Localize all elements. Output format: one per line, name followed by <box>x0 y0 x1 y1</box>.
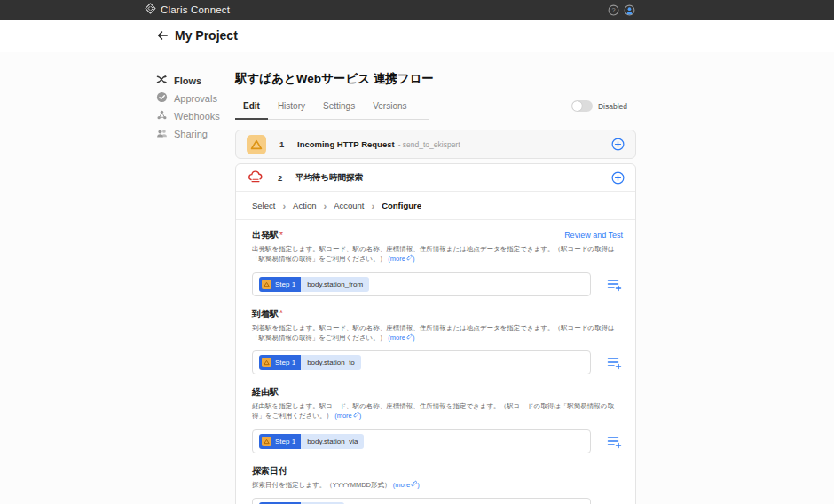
flow-title: 駅すぱあとWebサービス 連携フロー <box>235 71 636 87</box>
tab-settings[interactable]: Settings <box>315 98 363 120</box>
page-body: Flows Approvals Webhooks Sharing 駅すぱあとWe… <box>0 52 834 504</box>
project-header: My Project <box>0 20 834 51</box>
step-title: 平均待ち時間探索 <box>295 172 363 184</box>
sidebar-item-approvals[interactable]: Approvals <box>156 92 227 104</box>
link-icon <box>405 333 413 340</box>
link-icon <box>405 254 413 261</box>
http-request-icon <box>247 135 266 154</box>
page-title: My Project <box>175 28 238 43</box>
step-subtitle: - send_to_ekispert <box>398 140 460 149</box>
topbar: Claris Connect ? <box>0 0 834 20</box>
station-via-input[interactable]: Step 1 body.station_via <box>252 429 591 453</box>
field-description-text: 経由駅を指定します。駅コード、駅の名称、座標情報、住所情報を指定できます。（駅コ… <box>252 402 614 420</box>
flow-editor: 駅すぱあとWebサービス 連携フロー Edit History Settings… <box>235 52 636 504</box>
required-asterisk: * <box>279 231 283 240</box>
station-from-input[interactable]: Step 1 body.station_from <box>252 272 591 296</box>
more-label: more <box>390 255 405 263</box>
configure-form: 出発駅 * Review and Test 出発駅を指定します。駅コード、駅の名… <box>236 220 635 504</box>
step-number: 2 <box>278 173 285 183</box>
claris-logo-icon <box>145 2 156 18</box>
station-to-input[interactable]: Step 1 body.station_to <box>252 350 591 374</box>
step-token[interactable]: Step 1 body.station_from <box>259 277 369 292</box>
webhooks-nodes-icon <box>156 108 168 124</box>
ekispert-logo-icon <box>247 169 264 186</box>
back-button[interactable] <box>155 28 169 43</box>
insert-data-button[interactable] <box>607 277 622 292</box>
breadcrumb-select[interactable]: Select <box>252 201 275 210</box>
field-description: 経由駅を指定します。駅コード、駅の名称、座標情報、住所情報を指定できます。（駅コ… <box>252 401 623 421</box>
step-number: 1 <box>279 139 287 149</box>
sidebar-item-label: Flows <box>174 75 201 86</box>
chevron-right-icon: › <box>282 201 286 211</box>
token-value: body.station_from <box>301 277 369 292</box>
more-link[interactable]: (more) <box>334 412 361 420</box>
step-2-header[interactable]: 2 平均待ち時間探索 <box>236 164 635 192</box>
more-label: more <box>337 412 352 420</box>
breadcrumb-action[interactable]: Action <box>293 201 316 210</box>
link-icon <box>352 411 359 418</box>
more-close: ) <box>417 481 420 489</box>
http-mini-icon <box>262 358 271 367</box>
tab-strip: Edit History Settings Versions <box>235 98 429 120</box>
tab-history[interactable]: History <box>270 98 313 120</box>
sidebar-item-webhooks[interactable]: Webhooks <box>156 110 227 122</box>
add-step-button[interactable] <box>611 171 625 185</box>
breadcrumb: Select › Action › Account › Configure <box>236 192 635 220</box>
disabled-toggle[interactable] <box>571 100 593 112</box>
review-and-test-link[interactable]: Review and Test <box>564 231 623 240</box>
field-station-via: 経由駅 経由駅を指定します。駅コード、駅の名称、座標情報、住所情報を指定できます… <box>252 386 623 453</box>
field-description: 出発駅を指定します。駅コード、駅の名称、座標情報、住所情報または地点データを指定… <box>252 244 623 264</box>
more-label: more <box>395 481 410 489</box>
approvals-check-icon <box>156 91 168 106</box>
toggle-knob <box>572 101 582 111</box>
token-step-label: Step 1 <box>275 358 295 366</box>
field-description: 到着駅を指定します。駅コード、駅の名称、座標情報、住所情報または地点データを指定… <box>252 323 623 343</box>
more-label: more <box>390 334 405 342</box>
required-asterisk: * <box>279 309 283 319</box>
breadcrumb-configure[interactable]: Configure <box>382 201 421 210</box>
breadcrumb-account[interactable]: Account <box>334 201 364 210</box>
token-step-label: Step 1 <box>275 437 295 445</box>
step-token[interactable]: Step 1 body.station_via <box>259 434 364 449</box>
sidebar-item-sharing[interactable]: Sharing <box>156 128 227 139</box>
more-link[interactable]: (more) <box>388 255 414 263</box>
http-mini-icon <box>262 437 271 446</box>
field-station-to: 到着駅 * 到着駅を指定します。駅コード、駅の名称、座標情報、住所情報または地点… <box>252 308 623 375</box>
sharing-people-icon <box>156 126 168 142</box>
token-value: body.station_via <box>301 434 364 449</box>
more-close: ) <box>359 412 362 420</box>
token-step-label: Step 1 <box>275 280 295 288</box>
brand-name: Claris Connect <box>161 4 230 15</box>
disabled-toggle-group: Disabled <box>571 100 627 112</box>
sidebar-item-flows[interactable]: Flows <box>156 75 227 86</box>
svg-text:?: ? <box>611 6 615 14</box>
field-description-text: 到着駅を指定します。駅コード、駅の名称、座標情報、住所情報または地点データを指定… <box>252 324 615 342</box>
chevron-right-icon: › <box>371 201 374 211</box>
tab-edit[interactable]: Edit <box>235 98 268 120</box>
step-token[interactable]: Step 1 body.station_to <box>259 355 361 370</box>
more-link[interactable]: (more) <box>388 334 414 342</box>
account-icon[interactable] <box>624 4 635 16</box>
sidebar: Flows Approvals Webhooks Sharing <box>156 75 227 146</box>
tab-versions[interactable]: Versions <box>365 98 414 120</box>
sidebar-item-label: Approvals <box>174 93 217 104</box>
insert-data-button[interactable] <box>607 355 622 370</box>
insert-data-button[interactable] <box>607 434 622 449</box>
flows-icon <box>156 73 168 89</box>
more-close: ) <box>413 255 415 263</box>
date-input[interactable]: Step 1 body.date <box>252 498 591 504</box>
field-label: 到着駅 <box>252 308 279 320</box>
field-station-from: 出発駅 * Review and Test 出発駅を指定します。駅コード、駅の名… <box>252 229 623 296</box>
step-1-card[interactable]: 1 Incoming HTTP Request - send_to_ekispe… <box>235 130 636 159</box>
more-link[interactable]: (more) <box>393 481 420 489</box>
http-mini-icon <box>262 280 271 289</box>
sidebar-item-label: Sharing <box>174 129 208 139</box>
help-icon[interactable]: ? <box>608 4 619 16</box>
field-description-text: 出発駅を指定します。駅コード、駅の名称、座標情報、住所情報または地点データを指定… <box>252 245 615 263</box>
field-label: 探索日付 <box>252 465 287 477</box>
token-value: body.station_to <box>301 355 361 370</box>
field-label: 経由駅 <box>252 386 279 398</box>
add-step-button[interactable] <box>611 138 625 151</box>
field-label: 出発駅 <box>252 229 279 241</box>
brand: Claris Connect <box>145 0 230 20</box>
